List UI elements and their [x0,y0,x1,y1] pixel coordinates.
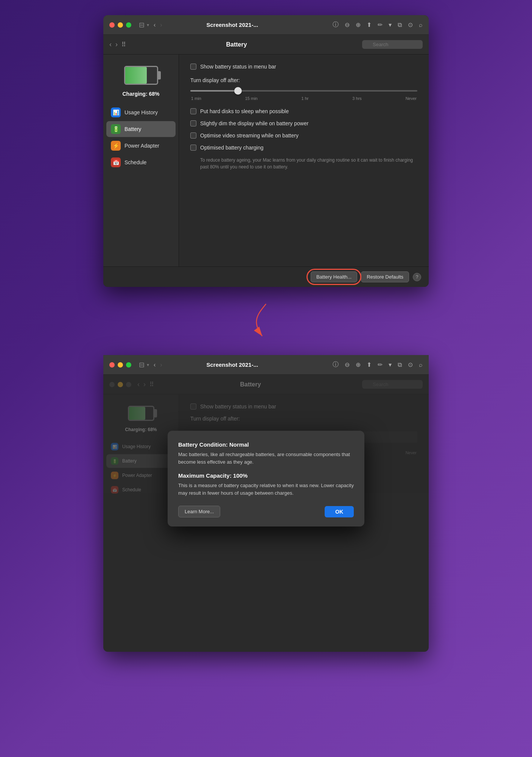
dialog-buttons: Learn More... OK [178,506,354,517]
ok-button[interactable]: OK [325,506,354,517]
inner-back-button[interactable]: ‹ [109,40,112,48]
search-icon-bottom[interactable]: ⌕ [419,361,423,368]
sidebar-item-schedule[interactable]: 📅 Schedule [106,154,176,170]
person-icon-bottom[interactable]: ⊙ [408,361,413,368]
cb-bottom [190,403,196,410]
show-battery-checkbox[interactable] [190,64,196,70]
top-window: ⊟ ▾ ‹ › Screenshot 2021-... ⓘ ⊖ ⊕ ⬆ ✏ ▾ … [103,15,429,287]
sidebar-label-schedule: Schedule [124,159,146,165]
tick-1hr: 1 hr [302,96,309,101]
main-content: Show battery status in menu bar Turn dis… [179,55,429,266]
titlebar-top: ⊟ ▾ ‹ › Screenshot 2021-... ⓘ ⊖ ⊕ ⬆ ✏ ▾ … [103,15,429,35]
bottom-window: ⊟ ▾ ‹ › Screenshot 2021-... ⓘ ⊖ ⊕ ⬆ ✏ ▾ … [103,355,429,652]
pencil-icon-bottom[interactable]: ✏ [378,361,383,368]
optimised-charging-label: Optimised battery charging [200,145,263,151]
learn-more-button[interactable]: Learn More... [178,506,220,517]
tl-yellow-bottom [118,382,123,387]
usage-history-icon: 📊 [111,107,121,117]
power-icon-bottom: ⚡ [111,472,118,479]
show-battery-row: Show battery status in menu bar [190,64,417,70]
help-button[interactable]: ? [413,273,421,281]
charging-status-bottom: Charging: 68% [125,427,157,432]
tick-never-b: Never [406,450,417,455]
charging-status: Charging: 68% [122,91,159,97]
sidebar-item-power-bottom: ⚡ Power Adapter [106,469,176,482]
share-icon[interactable]: ⬆ [367,21,372,28]
zoom-in-icon[interactable]: ⊕ [356,21,361,28]
restore-defaults-button[interactable]: Restore Defaults [361,271,409,282]
sched-icon-bottom: 📅 [111,486,118,494]
pencil-icon[interactable]: ✏ [378,21,383,28]
dim-display-label: Slightly dim the display while on batter… [200,120,308,126]
sidebar-item-power-adapter[interactable]: ⚡ Power Adapter [106,138,176,154]
battery-visual-bottom [128,406,154,421]
inner-title-bottom: Battery [143,381,358,388]
tick-1min: 1 min [191,96,201,101]
power-label-bottom: Power Adapter [122,473,152,478]
close-button[interactable] [109,22,115,28]
battery-health-button[interactable]: Battery Health... [311,271,357,282]
battery-health-dialog: Battery Condition: Normal Mac batteries,… [168,431,364,526]
titlebar-bottom: ⊟ ▾ ‹ › Screenshot 2021-... ⓘ ⊖ ⊕ ⬆ ✏ ▾ … [103,355,429,375]
dim-display-row: Slightly dim the display while on batter… [190,120,417,126]
slider-thumb[interactable] [234,87,242,95]
search-input-bottom [362,380,423,389]
annotation-arrow [228,302,304,340]
search-input[interactable] [362,40,423,49]
share-icon-bottom[interactable]: ⬆ [367,361,372,368]
toolbar-icons: ⓘ ⊖ ⊕ ⬆ ✏ ▾ ⧉ ⊙ ⌕ [333,21,423,29]
sidebar: Charging: 68% 📊 Usage History 🔋 Battery … [103,55,179,266]
info-icon-bottom[interactable]: ⓘ [333,361,339,369]
inner-back-bottom: ‹ [137,380,140,388]
battery-label-bottom: Battery [122,458,137,464]
battery-visual [124,66,158,85]
zoom-out-icon-bottom[interactable]: ⊖ [345,361,350,368]
slider-track [190,90,417,92]
sidebar-item-battery-bottom: 🔋 Battery [106,454,176,468]
zoom-in-icon-bottom[interactable]: ⊕ [356,361,361,368]
inner-bar-bottom: ‹ › ⠿ Battery 🔍 [103,375,429,394]
hard-disks-checkbox[interactable] [190,108,196,114]
dialog-capacity-desc: This is a measure of battery capacity re… [178,482,354,497]
sidebar-item-usage-bottom: 📊 Usage History [106,440,176,453]
usage-icon-bottom: 📊 [111,443,118,450]
dim-display-checkbox[interactable] [190,120,196,126]
tick-3hrs: 3 hrs [352,96,361,101]
battery-wrap-bottom [128,406,154,421]
chevron-down-icon-bottom[interactable]: ▾ [389,361,392,368]
search-icon[interactable]: ⌕ [419,22,423,28]
optimise-video-label: Optimise video streaming while on batter… [200,132,299,139]
tick-never: Never [406,96,417,101]
power-adapter-icon: ⚡ [111,141,121,151]
minimize-button-bottom[interactable] [118,362,123,368]
window-title-bottom: Screenshot 2021-... [137,361,328,368]
search-wrapper-bottom: 🔍 [362,380,423,389]
sidebar-item-usage-history[interactable]: 📊 Usage History [106,104,176,120]
maximize-button-bottom[interactable] [126,362,131,368]
turn-display-label: Turn display off after: [190,77,417,83]
sidebar-label-battery: Battery [124,126,141,132]
search-wrapper: 🔍 [362,40,423,49]
battery-fill [125,67,147,84]
minimize-button[interactable] [118,22,123,28]
window-icon-bottom[interactable]: ⧉ [398,361,402,368]
slider-track-wrap [190,87,417,95]
chevron-down-icon[interactable]: ▾ [389,21,392,28]
dialog-capacity-title: Maximum Capacity: 100% [178,472,354,479]
tl-gray-2 [126,382,131,387]
zoom-out-icon[interactable]: ⊖ [345,21,350,28]
optimised-charging-desc: To reduce battery ageing, your Mac learn… [200,157,417,170]
optimise-video-checkbox[interactable] [190,132,196,139]
optimised-charging-checkbox[interactable] [190,145,196,151]
person-icon[interactable]: ⊙ [408,21,413,28]
close-button-bottom[interactable] [109,362,115,368]
window-icon[interactable]: ⧉ [398,22,402,28]
info-icon[interactable]: ⓘ [333,21,339,29]
maximize-button[interactable] [126,22,131,28]
sidebar-label-power-adapter: Power Adapter [124,143,159,149]
sidebar-item-sched-bottom: 📅 Schedule [106,483,176,497]
slider-section: Turn display off after: 1 min 15 min 1 h… [190,77,417,101]
battery-icon-bottom: 🔋 [111,457,118,465]
sidebar-item-battery[interactable]: 🔋 Battery [106,121,176,137]
bottom-bar: Battery Health... Restore Defaults ? [103,266,429,287]
